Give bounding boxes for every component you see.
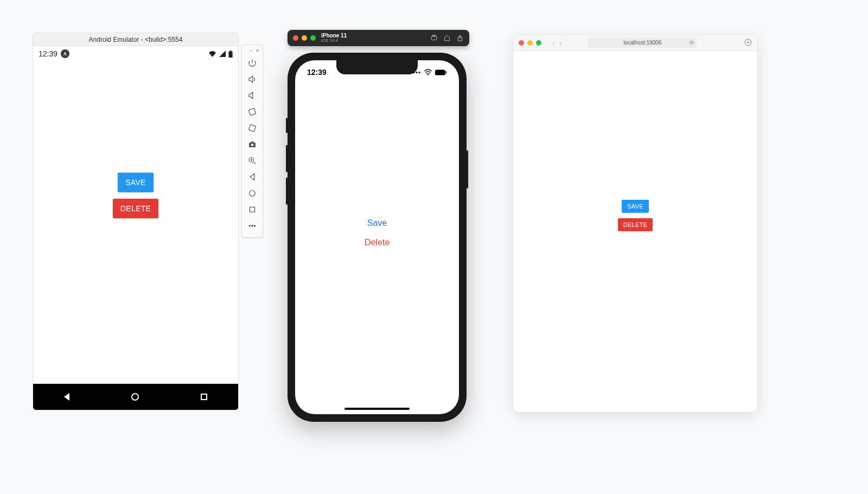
close-dot-icon[interactable] <box>293 35 298 41</box>
home-indicator[interactable] <box>344 408 410 410</box>
delete-button[interactable]: DELETE <box>618 218 653 231</box>
svg-rect-12 <box>432 35 436 36</box>
power-icon[interactable] <box>244 55 260 71</box>
browser-window: ‹ › localhost:19006 ⟳ SAVE DELETE <box>513 35 757 412</box>
android-emulator: Android Emulator - <build>:5554 12:39 Λ … <box>33 33 239 410</box>
iphone-frame: 12:39 •••• Save Delete <box>288 53 467 422</box>
volume-down-icon[interactable] <box>244 87 260 104</box>
android-emulator-toolbar: − × <box>241 45 263 238</box>
android-screen: 12:39 Λ SAVE DELETE <box>33 46 239 410</box>
ios-simulator: iPhone 11 iOS 14.4 12:39 •••• Sa <box>288 30 469 422</box>
iphone-screen: 12:39 •••• Save Delete <box>295 60 459 414</box>
delete-button[interactable]: Delete <box>365 238 390 248</box>
save-button[interactable]: Save <box>367 218 387 228</box>
home-icon[interactable] <box>443 34 451 42</box>
volume-up-btn <box>286 145 288 172</box>
minimize-dot-icon[interactable] <box>302 35 307 41</box>
iphone-notch <box>336 60 418 74</box>
zoom-icon[interactable] <box>244 153 260 169</box>
delete-button[interactable]: DELETE <box>113 199 158 218</box>
android-app-content: SAVE DELETE <box>33 46 238 357</box>
browser-app-content: SAVE DELETE <box>513 35 757 396</box>
simulator-os-version: iOS 14.4 <box>321 39 347 43</box>
camera-icon[interactable] <box>244 136 260 153</box>
rotate-right-icon[interactable] <box>244 120 260 136</box>
rotate-left-icon[interactable] <box>244 104 260 120</box>
overview-icon[interactable] <box>244 201 260 218</box>
save-button[interactable]: SAVE <box>118 173 154 192</box>
screenshot-icon[interactable] <box>430 34 438 42</box>
android-home-icon[interactable] <box>131 393 139 401</box>
ios-simulator-titlebar: iPhone 11 iOS 14.4 <box>288 30 469 46</box>
svg-rect-11 <box>431 36 436 40</box>
android-window-title: Android Emulator - <build>:5554 <box>33 33 239 46</box>
svg-rect-7 <box>250 207 255 212</box>
svg-rect-3 <box>248 124 256 131</box>
svg-point-8 <box>249 225 250 226</box>
volume-down-btn <box>286 178 288 205</box>
power-btn <box>467 150 468 188</box>
svg-point-9 <box>252 225 253 226</box>
mute-switch <box>286 118 288 133</box>
home-icon[interactable] <box>244 185 260 201</box>
save-button[interactable]: SAVE <box>622 200 649 213</box>
traffic-lights[interactable] <box>293 35 316 41</box>
svg-point-6 <box>250 191 256 197</box>
ios-app-content: Save Delete <box>295 68 459 398</box>
minimize-icon[interactable]: − <box>249 47 252 52</box>
android-nav-bar <box>33 384 238 410</box>
share-icon[interactable] <box>456 34 464 42</box>
more-icon[interactable] <box>244 218 260 234</box>
close-icon[interactable]: × <box>256 47 259 52</box>
back-icon[interactable] <box>244 169 260 185</box>
svg-point-4 <box>251 144 254 147</box>
android-back-icon[interactable] <box>64 393 69 401</box>
volume-up-icon[interactable] <box>244 71 260 87</box>
android-overview-icon[interactable] <box>201 394 207 400</box>
maximize-dot-icon[interactable] <box>310 35 316 41</box>
svg-rect-2 <box>248 108 256 115</box>
svg-point-10 <box>254 225 255 226</box>
